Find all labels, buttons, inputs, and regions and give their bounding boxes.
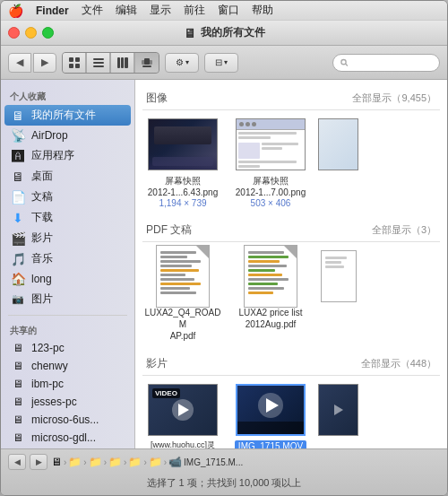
sidebar-item-downloads-label: 下载 bbox=[31, 210, 53, 225]
path-arrow-6: › bbox=[164, 457, 167, 467]
svg-rect-4 bbox=[93, 58, 104, 60]
pdf1-item[interactable]: LUXA2_Q4_ROADMAP.pdf bbox=[142, 249, 223, 342]
movies-grid: VIDEO [www.huohu.cc]灵魂战车2...双字.rmvb bbox=[142, 383, 440, 448]
apple-menu[interactable]: 🍎 bbox=[8, 4, 23, 18]
finder-window: 🍎 Finder 文件 编辑 显示 前往 窗口 帮助 🖥 我的所有文件 ◀ ▶ bbox=[0, 0, 448, 496]
sidebar-item-123pc[interactable]: 🖥 123-pc bbox=[1, 339, 134, 357]
path-icon-4: 📁 bbox=[108, 456, 122, 468]
menubar-edit[interactable]: 编辑 bbox=[116, 3, 137, 18]
column-view-button[interactable] bbox=[111, 53, 134, 73]
forward-button[interactable]: ▶ bbox=[33, 53, 56, 73]
menubar-help[interactable]: 帮助 bbox=[252, 3, 273, 18]
sidebar-item-desktop[interactable]: 🖥 桌面 bbox=[1, 166, 134, 187]
statusbar-forward[interactable]: ▶ bbox=[30, 454, 47, 470]
svg-line-15 bbox=[346, 64, 348, 65]
video-selected-name: IMG_1715.MOV bbox=[235, 440, 306, 448]
path-arrow-5: › bbox=[143, 457, 146, 467]
menubar-window[interactable]: 窗口 bbox=[218, 3, 239, 18]
path-item-6[interactable]: 📁 bbox=[149, 456, 162, 468]
window-title: 我的所有文件 bbox=[201, 25, 265, 40]
screenshot1-item[interactable]: 屏幕快照2012-1...6.43.png 1,194 × 739 bbox=[142, 117, 223, 208]
menubar-finder[interactable]: Finder bbox=[36, 4, 69, 17]
statusbar: ◀ ▶ 🖥 › 📁 › 📁 › 📁 › bbox=[1, 448, 447, 495]
back-button[interactable]: ◀ bbox=[8, 53, 31, 73]
video-badge: VIDEO bbox=[152, 388, 180, 398]
movies-count[interactable]: 全部显示（448） bbox=[361, 357, 436, 370]
nav-buttons: ◀ ▶ bbox=[8, 53, 56, 73]
sidebar-item-documents[interactable]: 📄 文稿 bbox=[1, 187, 134, 207]
sidebar-item-airdrop-label: AirDrop bbox=[31, 129, 68, 142]
video-selected-item[interactable]: IMG_1715.MOV 00:42 bbox=[230, 383, 311, 448]
sidebar-item-music[interactable]: 🎵 音乐 bbox=[1, 248, 134, 269]
sidebar-item-jessespc[interactable]: 🖥 jesses-pc bbox=[1, 393, 134, 411]
maximize-button[interactable] bbox=[42, 27, 54, 39]
pdf3-item[interactable] bbox=[318, 249, 358, 342]
search-input[interactable] bbox=[352, 57, 432, 68]
screenshot3-item[interactable] bbox=[318, 117, 358, 208]
sidebar-item-long[interactable]: 🏠 long bbox=[1, 269, 134, 289]
path-item-5[interactable]: 📁 bbox=[128, 456, 142, 468]
close-button[interactable] bbox=[8, 27, 20, 39]
sidebar: 个人收藏 🖥 我的所有文件 📡 AirDrop 🅰 应用程序 🖥 桌面 📄 文稿 bbox=[1, 80, 135, 448]
path-item-1[interactable]: 🖥 bbox=[51, 456, 62, 468]
pdf-count[interactable]: 全部显示（3） bbox=[372, 223, 436, 237]
path-item-video[interactable]: 📹 IMG_1715.M... bbox=[168, 456, 243, 468]
pictures-icon: 📷 bbox=[10, 293, 26, 305]
sidebar-item-pictures[interactable]: 📷 图片 bbox=[1, 289, 134, 309]
menubar-go[interactable]: 前往 bbox=[184, 3, 205, 18]
coverflow-view-button[interactable] bbox=[135, 53, 159, 73]
sidebar-item-applications-label: 应用程序 bbox=[31, 148, 74, 163]
video3-thumb bbox=[318, 383, 358, 437]
long-icon: 🏠 bbox=[10, 272, 26, 286]
sidebar-item-airdrop[interactable]: 📡 AirDrop bbox=[1, 126, 134, 145]
path-video-label: IMG_1715.M... bbox=[184, 457, 243, 467]
path-icon-5: 📁 bbox=[128, 456, 142, 468]
sidebar-item-all-files[interactable]: 🖥 我的所有文件 bbox=[4, 105, 131, 126]
pdf2-item[interactable]: LUXA2 price list2012Aug.pdf bbox=[230, 249, 311, 342]
path-item-4[interactable]: 📁 bbox=[108, 456, 122, 468]
movies-section-header: 影片 全部显示（448） bbox=[142, 352, 440, 376]
statusbar-back[interactable]: ◀ bbox=[8, 454, 26, 470]
path-item-3[interactable]: 📁 bbox=[89, 456, 102, 468]
pdf-title: PDF 文稿 bbox=[146, 222, 192, 238]
images-grid: 屏幕快照2012-1...6.43.png 1,194 × 739 bbox=[142, 117, 440, 208]
images-count[interactable]: 全部显示（9,455） bbox=[352, 91, 436, 105]
svg-rect-2 bbox=[69, 64, 73, 68]
jessespc-icon: 🖥 bbox=[10, 396, 26, 408]
main-content: 个人收藏 🖥 我的所有文件 📡 AirDrop 🅰 应用程序 🖥 桌面 📄 文稿 bbox=[1, 80, 447, 448]
menubar-view[interactable]: 显示 bbox=[150, 3, 171, 18]
action-button[interactable]: ⚙▾ bbox=[165, 53, 199, 73]
video1-item[interactable]: VIDEO [www.huohu.cc]灵魂战车2...双字.rmvb bbox=[142, 383, 223, 448]
pdf1-thumb bbox=[147, 249, 219, 303]
sidebar-item-movies[interactable]: 🎬 影片 bbox=[1, 228, 134, 248]
search-box[interactable] bbox=[332, 54, 440, 72]
search-icon bbox=[340, 58, 349, 67]
sidebar-item-downloads[interactable]: ⬇ 下载 bbox=[1, 207, 134, 228]
airdrop-icon: 📡 bbox=[10, 128, 26, 143]
screenshot1-thumb bbox=[147, 117, 219, 171]
sidebar-item-microso6us-label: microso-6us... bbox=[31, 413, 99, 426]
sidebar-item-microsogdl-label: microso-gdl... bbox=[31, 431, 96, 444]
sidebar-item-microsogdl[interactable]: 🖥 microso-gdl... bbox=[1, 429, 134, 447]
pdf2-thumb bbox=[235, 249, 306, 303]
pdf3-thumb bbox=[318, 249, 358, 303]
ibmpc-icon: 🖥 bbox=[10, 378, 26, 390]
video3-item[interactable] bbox=[318, 383, 358, 448]
sidebar-item-ibmpc[interactable]: 🖥 ibm-pc bbox=[1, 375, 134, 393]
sidebar-item-chenwy[interactable]: 🖥 chenwy bbox=[1, 357, 134, 375]
all-files-icon: 🖥 bbox=[10, 109, 26, 123]
sidebar-item-applications[interactable]: 🅰 应用程序 bbox=[1, 145, 134, 166]
sidebar-item-microso6us[interactable]: 🖥 microso-6us... bbox=[1, 411, 134, 429]
share-button[interactable]: ⊟▾ bbox=[204, 53, 238, 73]
path-arrow-3: › bbox=[104, 457, 107, 467]
screenshot2-item[interactable]: 屏幕快照2012-1...7.00.png 503 × 406 bbox=[230, 117, 311, 208]
path-item-2[interactable]: 📁 bbox=[68, 456, 82, 468]
music-icon: 🎵 bbox=[10, 252, 26, 266]
sidebar-item-long-label: long bbox=[31, 273, 52, 285]
icon-view-button[interactable] bbox=[63, 53, 86, 73]
minimize-button[interactable] bbox=[25, 27, 37, 39]
menubar-file[interactable]: 文件 bbox=[82, 3, 103, 18]
microsogdl-icon: 🖥 bbox=[10, 431, 26, 444]
screenshot1-meta: 1,194 × 739 bbox=[159, 198, 206, 208]
list-view-button[interactable] bbox=[87, 53, 110, 73]
